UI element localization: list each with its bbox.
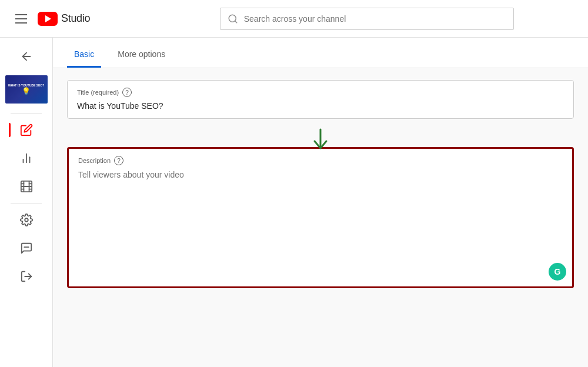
tab-more-options[interactable]: More options [111,49,172,68]
title-input[interactable] [77,101,564,111]
thumbnail-icon: 💡 [22,87,31,95]
title-field: Title (required) ? [67,80,574,119]
studio-wordmark: Studio [61,12,90,25]
description-field: Description ? G [67,147,574,288]
sidebar-item-settings[interactable] [12,206,41,234]
grammarly-button[interactable]: G [549,263,566,281]
search-icon [228,14,238,24]
description-textarea[interactable] [78,170,563,276]
thumbnail-preview: WHAT IS YOUTUBE SEO? 💡 [5,75,48,104]
svg-point-14 [25,218,28,222]
sidebar-item-exit[interactable] [12,262,41,291]
description-label-text: Description [78,157,111,164]
header: Studio [0,0,588,38]
youtube-logo-icon [38,12,58,26]
title-help-icon[interactable]: ? [122,88,132,97]
logo-area: Studio [38,12,90,26]
main-layout: WHAT IS YOUTUBE SEO? 💡 [0,38,588,367]
youtube-logo [38,12,58,26]
arrow-indicator [67,128,574,152]
green-arrow-icon [309,128,332,152]
title-label-text: Title (required) [77,89,119,96]
sidebar: WHAT IS YOUTUBE SEO? 💡 [0,38,53,367]
sidebar-item-edit[interactable] [12,116,41,144]
back-button[interactable] [12,42,41,71]
form-area: Title (required) ? Description ? [53,68,588,300]
description-help-icon[interactable]: ? [114,156,123,165]
sidebar-item-analytics[interactable] [12,144,41,172]
search-bar [220,8,514,30]
tabs-bar: Basic More options [53,38,588,68]
svg-line-1 [235,21,236,22]
sidebar-divider-top [11,113,42,114]
sidebar-item-comments[interactable] [12,234,41,262]
description-label: Description ? [78,156,563,165]
menu-icon[interactable] [9,7,33,31]
tab-basic[interactable]: Basic [67,49,101,68]
sidebar-divider-middle [11,203,42,203]
search-input[interactable] [244,14,506,24]
content-area: Basic More options Title (required) ? [53,38,588,367]
title-label: Title (required) ? [77,88,564,97]
sidebar-item-editor[interactable] [12,172,41,201]
thumbnail-inner: WHAT IS YOUTUBE SEO? 💡 [5,75,48,104]
